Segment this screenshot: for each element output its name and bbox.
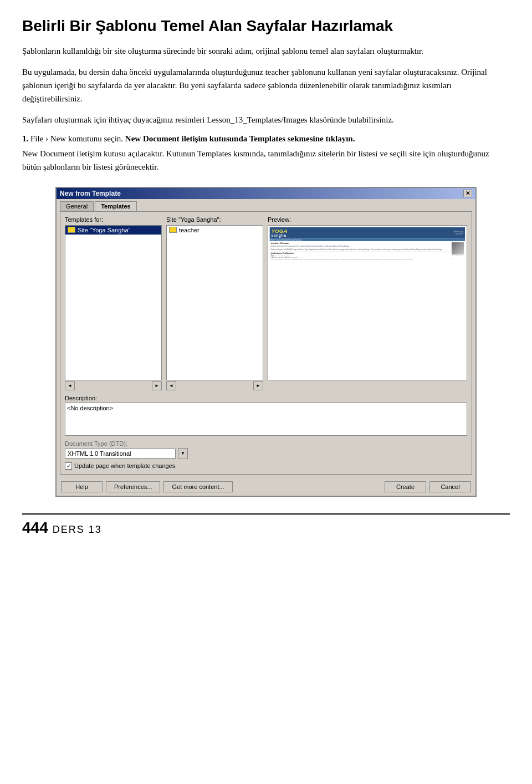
cancel-button[interactable]: Cancel xyxy=(429,481,471,492)
tab-general[interactable]: General xyxy=(60,201,94,211)
page-footer: 444 DERS 13 xyxy=(22,513,510,537)
dialog-wrapper: New from Template ✕ General Templates Te… xyxy=(22,187,510,497)
preview-content: YOGA sangha Alontera Yoga Franchise © xyxy=(268,226,467,263)
doctype-select-row: XHTML 1.0 Transitional ▼ xyxy=(65,448,467,459)
site-column: Site "Yoga Sangha": teacher ◄ ► xyxy=(166,216,263,390)
description-section: Description: <No description> xyxy=(65,395,467,436)
doctype-select-box[interactable]: XHTML 1.0 Transitional xyxy=(65,449,176,459)
page-title: Belirli Bir Şablonu Temel Alan Sayfalar … xyxy=(22,17,510,35)
site-scroll-controls: ◄ ► xyxy=(166,381,263,390)
preview-column: Preview: YOGA sangha Alo xyxy=(268,216,467,390)
paragraph-3: Sayfaları oluşturmak için ihtiyaç duyaca… xyxy=(22,113,510,126)
step-1-text: File › New komutunu seçin. xyxy=(30,134,123,143)
description-box: <No description> xyxy=(65,403,467,436)
dialog-title: New from Template xyxy=(60,190,121,197)
paragraph-1: Şablonların kullanıldığı bir site oluştu… xyxy=(22,44,510,58)
scroll-right-btn[interactable]: ► xyxy=(152,381,162,390)
step-1-instruction: 1. File › New komutunu seçin. New Docume… xyxy=(22,134,510,144)
doctype-dropdown-arrow[interactable]: ▼ xyxy=(178,448,188,459)
templates-for-listbox[interactable]: Site "Yoga Sangha" xyxy=(65,225,162,380)
preview-label: Preview: xyxy=(268,216,467,223)
description-label: Description: xyxy=(65,395,467,401)
update-page-checkbox[interactable]: ✓ xyxy=(65,462,72,470)
site-scroll-right-btn[interactable]: ► xyxy=(253,381,263,390)
get-more-content-button[interactable]: Get more content... xyxy=(163,481,232,492)
dialog-close-button[interactable]: ✕ xyxy=(463,190,472,197)
paragraph-2: Bu uygulamada, bu dersin daha önceki uyg… xyxy=(22,65,510,105)
scroll-left-btn[interactable]: ◄ xyxy=(65,381,75,390)
templates-for-column: Templates for: Site "Yoga Sangha" ◄ ► xyxy=(65,216,162,390)
dialog-footer: Help Preferences... Get more content... … xyxy=(57,478,475,496)
dialog-titlebar: New from Template ✕ xyxy=(57,188,475,199)
description-value: <No description> xyxy=(67,405,113,411)
templates-scroll-controls: ◄ ► xyxy=(65,381,162,390)
dialog-content: Templates for: Site "Yoga Sangha" ◄ ► S xyxy=(60,211,472,475)
footer-left-buttons: Help Preferences... Get more content... xyxy=(61,481,233,492)
update-page-label: Update page when template changes xyxy=(74,462,175,469)
dialog-tabs: General Templates xyxy=(57,199,475,211)
update-page-checkbox-row: ✓ Update page when template changes xyxy=(65,462,467,470)
preview-box: YOGA sangha Alontera Yoga Franchise © xyxy=(268,225,467,380)
help-button[interactable]: Help xyxy=(61,481,103,492)
step-1-bold-text: New Document iletişim kutusunda Template… xyxy=(125,134,355,143)
page-number: 444 xyxy=(22,519,48,537)
teacher-template-item[interactable]: teacher xyxy=(167,226,263,235)
dialog-columns: Templates for: Site "Yoga Sangha" ◄ ► S xyxy=(65,216,467,390)
site-scroll-left-btn[interactable]: ◄ xyxy=(166,381,176,390)
site-column-label: Site "Yoga Sangha": xyxy=(166,216,263,223)
site-yoga-sangha-item[interactable]: Site "Yoga Sangha" xyxy=(65,226,161,235)
folder-icon xyxy=(68,227,75,233)
step-2-text: New Document iletişim kutusu açılacaktır… xyxy=(22,147,510,174)
template-folder-icon xyxy=(169,227,177,233)
create-button[interactable]: Create xyxy=(385,481,426,492)
step-number: 1. xyxy=(22,134,28,143)
new-from-template-dialog: New from Template ✕ General Templates Te… xyxy=(55,187,477,497)
tab-templates[interactable]: Templates xyxy=(95,201,137,211)
templates-for-label: Templates for: xyxy=(65,216,162,223)
site-templates-listbox[interactable]: teacher xyxy=(166,225,263,380)
preferences-button[interactable]: Preferences... xyxy=(106,481,160,492)
doctype-section: Document Type (DTD): XHTML 1.0 Transitio… xyxy=(65,440,467,459)
ders-label: DERS 13 xyxy=(53,524,102,536)
footer-right-buttons: Create Cancel xyxy=(385,481,471,492)
doctype-label: Document Type (DTD): xyxy=(65,440,467,447)
